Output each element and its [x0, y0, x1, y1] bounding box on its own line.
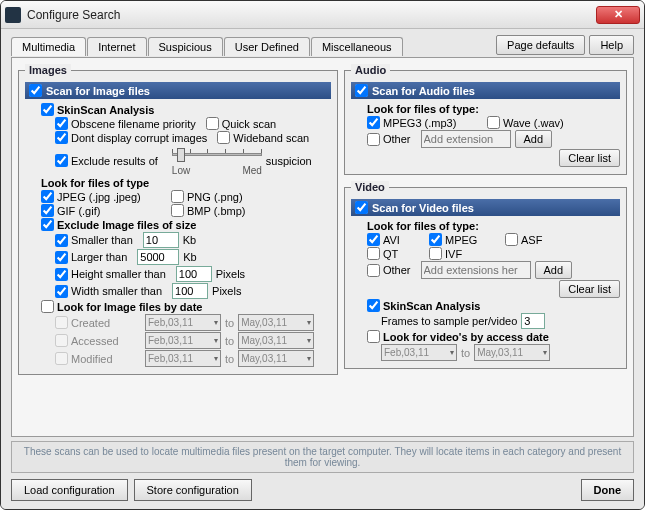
accessed-from[interactable]: Feb,03,11	[145, 332, 221, 349]
height-input[interactable]	[176, 266, 212, 282]
exclude-size-checkbox[interactable]	[41, 218, 54, 231]
app-icon	[5, 7, 21, 23]
video-clear-button[interactable]: Clear list	[559, 280, 620, 298]
created-from[interactable]: Feb,03,11	[145, 314, 221, 331]
smaller-input[interactable]	[143, 232, 179, 248]
obscene-checkbox[interactable]	[55, 117, 68, 130]
skinscan-label: SkinScan Analysis	[57, 104, 154, 116]
video-group: Video Scan for Video files Look for file…	[344, 181, 627, 369]
button-row: Load configuration Store configuration D…	[11, 479, 634, 501]
scan-images-checkbox[interactable]	[29, 84, 42, 97]
jpeg-checkbox[interactable]	[41, 190, 54, 203]
mpeg-checkbox[interactable]	[429, 233, 442, 246]
audio-other-checkbox[interactable]	[367, 133, 380, 146]
smaller-checkbox[interactable]	[55, 234, 68, 247]
quick-checkbox[interactable]	[206, 117, 219, 130]
scan-images-label: Scan for Image files	[46, 85, 150, 97]
modified-from[interactable]: Feb,03,11	[145, 350, 221, 367]
ivf-checkbox[interactable]	[429, 247, 442, 260]
video-other-checkbox[interactable]	[367, 264, 380, 277]
images-legend: Images	[25, 64, 71, 76]
height-checkbox[interactable]	[55, 268, 68, 281]
store-config-button[interactable]: Store configuration	[134, 479, 252, 501]
window-title: Configure Search	[27, 8, 596, 22]
accessed-checkbox[interactable]	[55, 334, 68, 347]
page-defaults-button[interactable]: Page defaults	[496, 35, 585, 55]
video-add-button[interactable]: Add	[535, 261, 573, 279]
larger-checkbox[interactable]	[55, 251, 68, 264]
asf-checkbox[interactable]	[505, 233, 518, 246]
created-checkbox[interactable]	[55, 316, 68, 329]
look-type-label: Look for files of type	[41, 177, 331, 189]
png-checkbox[interactable]	[171, 190, 184, 203]
help-button[interactable]: Help	[589, 35, 634, 55]
accessed-to[interactable]: May,03,11	[238, 332, 314, 349]
video-date-to[interactable]: May,03,11	[474, 344, 550, 361]
tab-row: Multimedia Internet Suspicious User Defi…	[11, 35, 634, 55]
scan-video-checkbox[interactable]	[355, 201, 368, 214]
video-ext-input[interactable]	[421, 261, 531, 279]
created-to[interactable]: May,03,11	[238, 314, 314, 331]
tab-internet[interactable]: Internet	[87, 37, 146, 56]
wave-checkbox[interactable]	[487, 116, 500, 129]
audio-ext-input[interactable]	[421, 130, 511, 148]
suspicion-slider[interactable]	[172, 145, 262, 165]
close-button[interactable]: ✕	[596, 6, 640, 24]
by-date-checkbox[interactable]	[41, 300, 54, 313]
video-skinscan-checkbox[interactable]	[367, 299, 380, 312]
exclude-results-checkbox[interactable]	[55, 154, 68, 167]
titlebar: Configure Search ✕	[1, 1, 644, 29]
gif-checkbox[interactable]	[41, 204, 54, 217]
tab-multimedia[interactable]: Multimedia	[11, 37, 86, 56]
tab-panel: Images Scan for Image files SkinScan Ana…	[11, 57, 634, 437]
images-group: Images Scan for Image files SkinScan Ana…	[18, 64, 338, 375]
larger-input[interactable]	[137, 249, 179, 265]
audio-group: Audio Scan for Audio files Look for file…	[344, 64, 627, 175]
avi-checkbox[interactable]	[367, 233, 380, 246]
tab-miscellaneous[interactable]: Miscellaneous	[311, 37, 403, 56]
content: Multimedia Internet Suspicious User Defi…	[1, 29, 644, 509]
width-checkbox[interactable]	[55, 285, 68, 298]
audio-legend: Audio	[351, 64, 390, 76]
audio-clear-button[interactable]: Clear list	[559, 149, 620, 167]
done-button[interactable]: Done	[581, 479, 635, 501]
audio-add-button[interactable]: Add	[515, 130, 553, 148]
bmp-checkbox[interactable]	[171, 204, 184, 217]
video-date-from[interactable]: Feb,03,11	[381, 344, 457, 361]
modified-to[interactable]: May,03,11	[238, 350, 314, 367]
width-input[interactable]	[172, 283, 208, 299]
mpeg3-checkbox[interactable]	[367, 116, 380, 129]
video-by-date-checkbox[interactable]	[367, 330, 380, 343]
qt-checkbox[interactable]	[367, 247, 380, 260]
modified-checkbox[interactable]	[55, 352, 68, 365]
window: Configure Search ✕ Multimedia Internet S…	[0, 0, 645, 510]
scan-audio-checkbox[interactable]	[355, 84, 368, 97]
footer-note: These scans can be used to locate multim…	[11, 441, 634, 473]
frames-input[interactable]	[521, 313, 545, 329]
skinscan-checkbox[interactable]	[41, 103, 54, 116]
video-legend: Video	[351, 181, 389, 193]
tab-user-defined[interactable]: User Defined	[224, 37, 310, 56]
scan-images-bar: Scan for Image files	[25, 82, 331, 99]
wideband-checkbox[interactable]	[217, 131, 230, 144]
tab-suspicious[interactable]: Suspicious	[148, 37, 223, 56]
corrupt-checkbox[interactable]	[55, 131, 68, 144]
load-config-button[interactable]: Load configuration	[11, 479, 128, 501]
